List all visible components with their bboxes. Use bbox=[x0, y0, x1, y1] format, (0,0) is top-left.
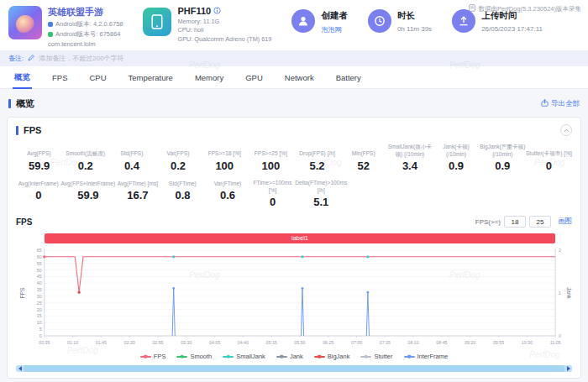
svg-text:50: 50 bbox=[37, 268, 42, 273]
scrollbar-left-arrow[interactable] bbox=[16, 365, 24, 372]
export-all-label: 导出全部 bbox=[551, 99, 580, 109]
legend-label: InterFrame bbox=[417, 353, 449, 360]
android-version-row: Android版本: 4.2.0.6758 bbox=[48, 20, 123, 29]
note-bar[interactable]: 备注: 添加备注，不超过200个字符 bbox=[0, 50, 588, 66]
fps-chart-svg[interactable]: 05101520253035404550556065012FPSJank00:3… bbox=[16, 245, 572, 351]
metric-label: Avg(FPS+InterFrame) bbox=[61, 180, 116, 187]
duration-value: 0h 11m 39s bbox=[397, 25, 432, 33]
doc-icon bbox=[469, 4, 475, 13]
svg-text:03:30: 03:30 bbox=[181, 340, 192, 345]
legend-item-BigJank[interactable]: BigJank bbox=[314, 353, 350, 360]
metric-value: 0.4 bbox=[108, 160, 155, 172]
duration-meta: 时长 0h 11m 39s bbox=[397, 6, 432, 33]
legend-swatch bbox=[276, 356, 287, 358]
metric-value: 0.2 bbox=[155, 160, 202, 172]
metric-value: 52 bbox=[340, 160, 386, 172]
export-all-button[interactable]: 导出全部 bbox=[541, 99, 580, 109]
tab-Temperature[interactable]: Temperature bbox=[118, 66, 184, 88]
tab-CPU[interactable]: CPU bbox=[78, 66, 117, 88]
metric-label: Stutter(卡顿率) [%] bbox=[526, 144, 572, 158]
creator-group: 创建者 泡泡网 bbox=[291, 6, 348, 34]
legend-swatch bbox=[360, 356, 371, 358]
threshold-2-input[interactable] bbox=[529, 216, 551, 228]
legend-label: BigJank bbox=[328, 353, 350, 360]
svg-text:35: 35 bbox=[37, 287, 42, 292]
device-gpu: GPU: Qualcomm Adreno (TM) 619 bbox=[177, 35, 271, 43]
android-icon bbox=[48, 22, 53, 27]
collector-note: 数据由PerfDog(5.3.230524)版本采集 bbox=[469, 4, 581, 13]
legend-swatch bbox=[176, 356, 187, 358]
metric-label: Avg(InterFrame) bbox=[16, 180, 61, 187]
metric-r1-9: Jank(卡顿) (/10min)0.9 bbox=[433, 144, 480, 172]
legend-swatch bbox=[314, 356, 325, 358]
info-icon[interactable] bbox=[213, 6, 221, 16]
app-title: 英雄联盟手游 bbox=[48, 6, 123, 18]
creator-meta: 创建者 泡泡网 bbox=[321, 6, 348, 34]
metric-r2-2: Avg(FTime) [ms]16.7 bbox=[115, 180, 160, 208]
svg-text:05:50: 05:50 bbox=[294, 340, 305, 345]
creator-value[interactable]: 泡泡网 bbox=[321, 25, 348, 34]
android-build-row: Android版本号: 675864 bbox=[48, 30, 123, 39]
svg-text:15: 15 bbox=[37, 314, 42, 319]
device-info-group: PHF110 Memory: 11.1G CPU: holi GPU: Qual… bbox=[143, 6, 271, 43]
metric-value: 59.9 bbox=[61, 189, 116, 201]
creator-icon bbox=[291, 9, 315, 33]
tab-Network[interactable]: Network bbox=[274, 66, 325, 88]
svg-text:07:35: 07:35 bbox=[380, 340, 391, 345]
svg-text:01:45: 01:45 bbox=[96, 340, 107, 345]
metric-value: 0.9 bbox=[480, 160, 526, 172]
threshold-1-input[interactable] bbox=[504, 216, 526, 228]
collapse-button[interactable] bbox=[560, 124, 572, 136]
tab-FPS[interactable]: FPS bbox=[41, 66, 78, 88]
svg-text:00:35: 00:35 bbox=[39, 340, 50, 345]
scrollbar-handle[interactable] bbox=[24, 365, 564, 372]
legend-swatch bbox=[140, 356, 151, 358]
metric-label: Drop(FPS) [/h] bbox=[294, 144, 340, 158]
draw-button[interactable]: 画图 bbox=[558, 217, 572, 227]
legend-swatch bbox=[223, 356, 234, 358]
duration-group: 时长 0h 11m 39s bbox=[368, 6, 432, 33]
svg-text:11:05: 11:05 bbox=[550, 340, 561, 345]
duration-label: 时长 bbox=[397, 10, 432, 22]
legend-item-Smooth[interactable]: Smooth bbox=[176, 353, 212, 360]
clock-icon bbox=[368, 9, 391, 33]
chart-label-banner[interactable]: label1 bbox=[45, 233, 555, 243]
device-model-row: PHF110 bbox=[177, 6, 271, 16]
legend-item-InterFrame[interactable]: InterFrame bbox=[404, 353, 449, 360]
svg-text:02:20: 02:20 bbox=[124, 340, 135, 345]
metric-r1-7: Min(FPS)52 bbox=[340, 144, 386, 172]
edit-icon[interactable] bbox=[28, 55, 34, 63]
legend-label: FPS bbox=[154, 353, 166, 360]
android-build-text: Android版本号: 675864 bbox=[55, 30, 121, 39]
svg-text:08:10: 08:10 bbox=[408, 340, 419, 345]
game-app-icon bbox=[8, 6, 42, 39]
tab-概览[interactable]: 概览 bbox=[3, 66, 41, 88]
creator-label: 创建者 bbox=[321, 10, 348, 22]
metric-value: 0.8 bbox=[160, 189, 206, 201]
svg-text:04:40: 04:40 bbox=[238, 340, 249, 345]
scrollbar-right-arrow[interactable] bbox=[564, 365, 572, 372]
legend-item-FPS[interactable]: FPS bbox=[140, 353, 166, 360]
metric-r1-6: Drop(FPS) [/h]5.2 bbox=[294, 144, 340, 172]
legend-item-SmallJank[interactable]: SmallJank bbox=[223, 353, 265, 360]
note-label: 备注: bbox=[8, 54, 24, 63]
legend-item-Jank[interactable]: Jank bbox=[276, 353, 303, 360]
svg-text:0: 0 bbox=[559, 333, 561, 338]
metric-label: Min(FPS) bbox=[340, 144, 386, 158]
android-version-text: Android版本: 4.2.0.6758 bbox=[55, 20, 123, 29]
overview-title-row: 概览 bbox=[8, 97, 34, 110]
threshold-label: FPS(>=) bbox=[475, 218, 501, 226]
chart-scrollbar[interactable] bbox=[16, 365, 572, 372]
metric-value: 0 bbox=[16, 189, 61, 201]
metrics-row-2: Avg(InterFrame)0Avg(FPS+InterFrame)59.9A… bbox=[16, 180, 572, 208]
legend-item-Stutter[interactable]: Stutter bbox=[360, 353, 392, 360]
metric-label: FTime>=100ms [%] bbox=[250, 180, 296, 194]
svg-text:09:20: 09:20 bbox=[465, 340, 475, 345]
svg-text:60: 60 bbox=[37, 254, 42, 259]
svg-text:65: 65 bbox=[37, 248, 42, 253]
metric-r1-10: BigJank(严重卡顿) (/10min)0.9 bbox=[480, 144, 526, 172]
metric-label: Jank(卡顿) (/10min) bbox=[433, 144, 480, 158]
tab-Memory[interactable]: Memory bbox=[184, 66, 234, 88]
tab-Battery[interactable]: Battery bbox=[325, 66, 372, 88]
tab-GPU[interactable]: GPU bbox=[234, 66, 274, 88]
